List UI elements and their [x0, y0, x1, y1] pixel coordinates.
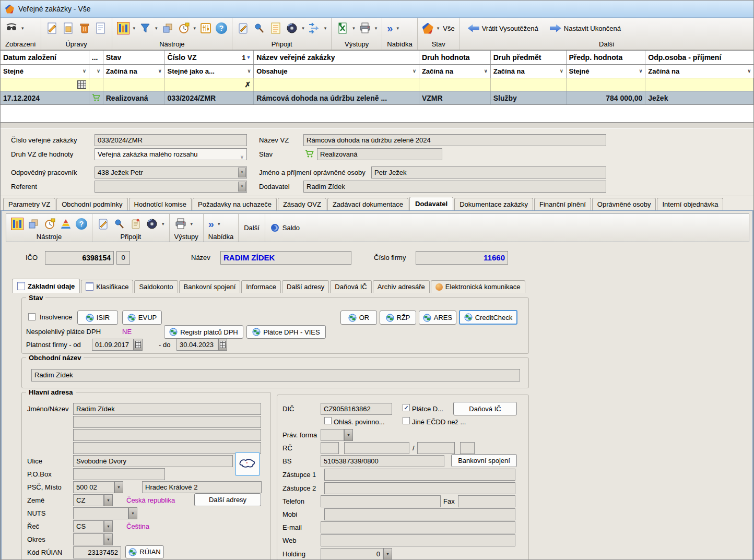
offers-icon[interactable]: » [387, 23, 393, 33]
filter-input[interactable] [419, 78, 491, 91]
filter-operator[interactable]: Začíná na∨ [491, 65, 567, 78]
splitter[interactable] [1, 123, 753, 129]
view-dropdown-icon[interactable]: ▾ [21, 26, 24, 31]
rec-field[interactable]: CS [73, 520, 104, 532]
insolvence-checkbox[interactable] [28, 313, 36, 320]
ohlas-checkbox[interactable] [324, 417, 332, 424]
ruian-button[interactable]: RÚIAN [125, 545, 164, 558]
grid-settings-icon[interactable] [11, 218, 23, 230]
tab-opravnene-osoby[interactable]: Oprávněné osoby [592, 198, 656, 210]
workflow-dropdown-icon[interactable]: ▾ [324, 26, 327, 31]
calendar-icon[interactable] [218, 339, 227, 351]
filter-icon[interactable] [139, 22, 151, 34]
column-header[interactable]: Odp.osoba - příjmení [645, 51, 753, 64]
filter-operator[interactable]: Stejné jako a...∨ [165, 65, 254, 78]
table-row[interactable]: 17.12.2024 Realizovaná 033/2024/ZMR Rámc… [1, 91, 753, 104]
help-icon[interactable]: ? [216, 22, 227, 34]
isir-button[interactable]: ISIR [77, 311, 118, 325]
offers-icon[interactable]: » [208, 219, 214, 229]
holding-field[interactable]: 0 [321, 548, 383, 560]
platce-dph-vies-button[interactable]: Plátce DPH - VIES [246, 325, 326, 339]
adresa-name4-field[interactable] [73, 442, 261, 454]
filter-input[interactable]: ✗ [165, 78, 254, 91]
media-dropdown-icon[interactable]: ▾ [302, 26, 304, 31]
zeme-combo-icon[interactable]: ▼ [104, 494, 113, 506]
rec-combo-icon[interactable]: ▼ [104, 520, 113, 532]
misto-field[interactable]: Hradec Králové 2 [142, 481, 262, 493]
bs-field[interactable]: 5105387339/0800 [321, 455, 444, 467]
subtab-informace[interactable]: Informace [241, 280, 281, 293]
copy-record-icon[interactable] [95, 22, 107, 34]
excel-dropdown-icon[interactable]: ▾ [352, 26, 355, 31]
sub-group-dalsi[interactable]: Další [239, 214, 265, 242]
mobi-field[interactable] [324, 508, 515, 520]
pin-icon[interactable] [253, 22, 266, 34]
note-icon[interactable] [97, 218, 110, 230]
tab-dodavatel[interactable]: Dodavatel [409, 197, 453, 210]
status-icon[interactable] [422, 23, 433, 34]
grid-settings-dropdown-icon[interactable]: ▾ [133, 26, 136, 31]
adresa-name3-field[interactable] [73, 429, 261, 441]
filter-operator[interactable]: Stejné∨ [567, 65, 646, 78]
tab-obchodni-podminky[interactable]: Obchodní podmínky [56, 198, 127, 210]
filter-operator[interactable]: Stejné∨ [1, 65, 89, 78]
vratit-vysoutezena-button[interactable]: Vrátit Vysoutěžená [468, 25, 538, 32]
nazev-vz-field[interactable]: Rámcová dohoda na údržbu zeleně 2024 [303, 134, 606, 146]
filter-input[interactable] [491, 78, 567, 91]
platce-dph-checkbox[interactable]: ✓ [403, 404, 410, 411]
column-header[interactable]: Předp. hodnota [567, 51, 646, 64]
filter-input[interactable] [254, 78, 419, 91]
clear-filter-icon[interactable]: ✗ [245, 80, 251, 89]
holding-combo-icon[interactable]: ▼ [383, 548, 392, 560]
column-header[interactable]: Datum založení [1, 51, 89, 64]
ruian-field[interactable]: 23137452 [73, 546, 121, 558]
email-field[interactable] [321, 521, 515, 533]
column-header[interactable]: Stav [103, 51, 165, 64]
tab-parametry-vz[interactable]: Parametry VZ [3, 198, 55, 210]
pyramid-chart-icon[interactable] [60, 218, 72, 230]
print-dropdown-icon[interactable]: ▾ [375, 26, 378, 31]
platnost-od-field[interactable]: 01.09.2017 [92, 339, 134, 351]
status-dropdown-icon[interactable]: ▾ [437, 26, 440, 31]
copy-view-icon[interactable] [161, 22, 174, 34]
filter-input[interactable] [1, 78, 89, 91]
status-filter-value[interactable]: Vše [443, 25, 454, 32]
zeme-field[interactable]: CZ [73, 494, 104, 506]
column-header[interactable]: ... [89, 51, 103, 64]
delete-record-icon[interactable] [78, 22, 91, 34]
tab-zadavaci-dokumentace[interactable]: Zadávací dokumentace [327, 198, 408, 210]
filter-dropdown-icon[interactable]: ▾ [155, 26, 158, 31]
saldo-button[interactable]: Saldo [265, 214, 305, 242]
help-icon[interactable]: ? [76, 218, 87, 230]
stav-field[interactable]: Realizovaná [317, 148, 442, 160]
filter-input[interactable] [567, 78, 646, 91]
copy-view-icon[interactable] [27, 218, 40, 230]
scroll-document-icon[interactable] [129, 218, 142, 230]
firm-number-field[interactable]: 11660 [416, 251, 508, 265]
date-picker-icon[interactable] [77, 80, 86, 89]
zastupce2-field[interactable] [324, 482, 515, 494]
rc-field-2[interactable] [344, 442, 409, 454]
new-record-icon[interactable] [46, 22, 58, 34]
offers-dropdown-icon[interactable]: ▾ [396, 26, 399, 31]
dodavatel-field[interactable]: Radim Zídek [303, 181, 606, 193]
zastupce1-field[interactable] [324, 469, 515, 481]
creditcheck-button[interactable]: CreditCheck [459, 310, 517, 325]
subtab-dalsi-adresy[interactable]: Další adresy [282, 280, 329, 293]
prav-forma-field[interactable] [321, 429, 344, 441]
danova-ic-button[interactable]: Daňová IČ [453, 402, 517, 415]
offers-dropdown-icon[interactable]: ▾ [218, 222, 220, 227]
history-clock-icon[interactable] [43, 218, 56, 230]
tab-interni-objednavka[interactable]: Interní objednávka [657, 198, 723, 210]
referent-field[interactable]: ▼ [95, 181, 247, 193]
column-header[interactable]: Druh hodnota [419, 51, 491, 64]
jine-ecdd-checkbox[interactable] [403, 417, 410, 424]
web-field[interactable] [321, 534, 515, 546]
registr-platcu-button[interactable]: Registr plátců DPH [164, 325, 243, 339]
tab-pozadavky[interactable]: Požadavky na uchazeče [193, 198, 277, 210]
nuts-combo-icon[interactable]: ▼ [128, 507, 137, 519]
tab-hodnotici-komise[interactable]: Hodnotící komise [129, 198, 192, 210]
or-button[interactable]: OR [340, 311, 377, 325]
ares-button[interactable]: ARES [419, 311, 456, 325]
subtab-danova-ic[interactable]: Daňová IČ [330, 280, 371, 293]
